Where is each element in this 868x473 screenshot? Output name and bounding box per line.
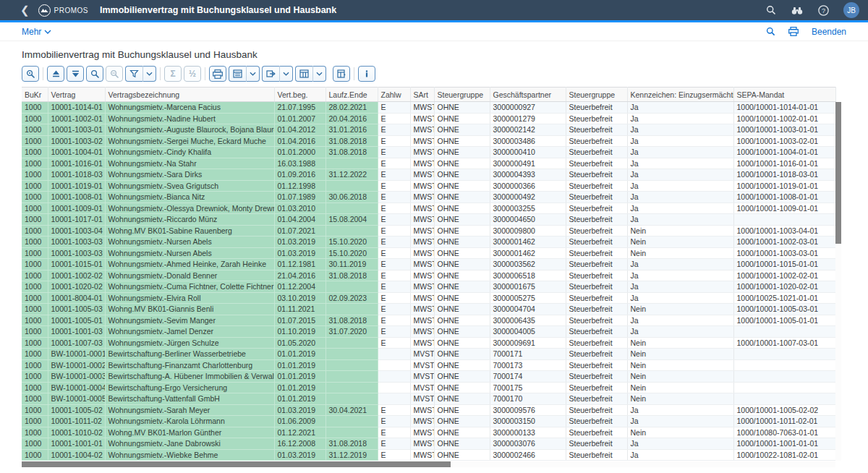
cell-bukr[interactable]: 1000 (22, 281, 48, 293)
cell-gp[interactable]: 3000004393 (490, 169, 566, 181)
column-header-steuergruppe[interactable]: Steuergruppe (434, 88, 490, 102)
subtotals-button[interactable]: ½ (184, 66, 201, 82)
cell-zahlw[interactable] (378, 382, 410, 393)
table-row[interactable]: 100010001-1003-03Wohnungsmietv.-Nursen A… (22, 247, 835, 259)
cell-ende[interactable]: 31.08.2018 (326, 438, 378, 450)
table-row[interactable]: 100010001-1019-01Wohnungsmietv.-Svea Gri… (22, 180, 835, 192)
cell-zahlw[interactable]: E (378, 292, 410, 304)
cell-vertrag[interactable]: 10001-1007-03 (48, 337, 105, 349)
cell-vertrag[interactable]: 10001-1009-01 (48, 203, 105, 214)
cell-stg2[interactable]: Steuerbefreit (566, 427, 627, 438)
cell-zahlw[interactable] (378, 371, 410, 383)
cell-bez[interactable]: Bewirtschaftung-Berliner Wasserbetriebe (105, 349, 274, 360)
cell-vertrag[interactable]: 10001-1020-02 (48, 281, 105, 293)
cell-sepa[interactable] (733, 371, 835, 383)
cell-bez[interactable]: Wohnungsmietv.-Nadine Hubert (105, 113, 274, 124)
cell-kz[interactable]: Ja (627, 180, 733, 192)
cell-zahlw[interactable]: E (378, 214, 410, 226)
cell-zahlw[interactable]: E (378, 449, 410, 461)
cell-bez[interactable]: Wohng.MV BK01-Giannis Benli (105, 304, 274, 315)
cell-ende[interactable]: 15.08.2004 (326, 214, 378, 226)
cell-bez[interactable]: Wohnungsmietv.-Bianca Nitz (105, 192, 274, 203)
cell-sart[interactable]: MVST (410, 359, 434, 371)
cell-gp[interactable]: 7000175 (490, 382, 566, 393)
table-row[interactable]: 100010001-1010-02Wohng.MV BK01-Marlon Gü… (22, 427, 835, 438)
table-row[interactable]: 100010001-1002-01Wohnungsmietv.-Nadine H… (22, 113, 835, 124)
cell-bukr[interactable]: 1000 (22, 180, 48, 192)
cell-beg[interactable]: 01.12.2021 (274, 427, 326, 438)
table-row[interactable]: 1000BW-10001-0005Bewirtschaftung-Vattenf… (22, 393, 835, 405)
cell-sart[interactable]: MWST (410, 169, 434, 181)
cell-sart[interactable]: MWST (410, 225, 434, 236)
cell-gp[interactable]: 3000003562 (490, 259, 566, 270)
table-row[interactable]: 100010001-1016-01Wohnungsmietv.-Na Stahr… (22, 158, 835, 169)
cell-sepa[interactable] (733, 214, 835, 226)
cell-gp[interactable]: 3000001462 (490, 247, 566, 259)
cell-beg[interactable]: 01.05.2020 (274, 337, 326, 349)
cell-beg[interactable]: 01.09.2016 (274, 169, 326, 181)
sum-button[interactable]: Σ (164, 66, 182, 82)
cell-vertrag[interactable]: BW-10001-0001 (48, 349, 105, 360)
cell-stg2[interactable]: Steuerbefreit (566, 113, 627, 124)
vertical-scrollbar[interactable] (835, 102, 841, 461)
cell-sart[interactable]: MWST (410, 270, 434, 281)
cell-stg2[interactable]: Steuerbefreit (566, 315, 627, 326)
cell-gp[interactable]: 3000000492 (490, 192, 566, 203)
cell-sart[interactable]: MVST (410, 393, 434, 405)
cell-stg[interactable]: OHNE (434, 259, 490, 270)
cell-gp[interactable]: 3000009576 (490, 404, 566, 416)
cell-stg2[interactable]: Steuerbefreit (566, 169, 627, 181)
cell-stg[interactable]: OHNE (434, 124, 490, 136)
cell-bez[interactable]: Wohng.MV BK01-Marlon Günther (105, 427, 274, 438)
cell-stg2[interactable]: Steuerbefreit (566, 247, 627, 259)
cell-vertrag[interactable]: 10001-1005-02 (48, 404, 105, 416)
cell-ende[interactable] (326, 158, 378, 169)
cell-stg2[interactable]: Steuerbefreit (566, 404, 627, 416)
cell-beg[interactable]: 01.12.2004 (274, 281, 326, 293)
cell-vertrag[interactable]: 10001-1001-01 (48, 438, 105, 450)
cell-ende[interactable] (326, 304, 378, 315)
cell-bez[interactable]: Wohnungsmietv.-Donald Benner (105, 270, 274, 281)
print-icon[interactable] (788, 27, 799, 36)
cell-bukr[interactable]: 1000 (22, 359, 48, 371)
cell-bez[interactable]: Wohnungsmietv.-Cuma Fichtner, Colette Fi… (105, 281, 274, 293)
help-icon[interactable]: ? (817, 4, 829, 16)
cell-stg[interactable]: OHNE (434, 404, 490, 416)
table-row[interactable]: 100010001-1020-02Wohnungsmietv.-Cuma Fic… (22, 281, 835, 293)
cell-stg[interactable]: OHNE (434, 315, 490, 326)
table-row[interactable]: 100010001-1001-01Wohnungsmietv.-Jane Dab… (22, 438, 835, 450)
table-row[interactable]: 100010001-1005-01Wohnungsmietv.-Sevim Ma… (22, 315, 835, 326)
cell-gp[interactable]: 3000001462 (490, 236, 566, 248)
cell-stg[interactable]: OHNE (434, 359, 490, 371)
cell-ende[interactable]: 15.10.2020 (326, 247, 378, 259)
horizontal-scrollbar-thumb[interactable] (22, 461, 451, 467)
cell-kz[interactable]: Ja (627, 416, 733, 427)
column-header-zahlw[interactable]: Zahlw (378, 88, 410, 102)
cell-stg2[interactable]: Steuerbefreit (566, 203, 627, 214)
cell-bez[interactable]: Wohnungsmietv.-Sara Dirks (105, 169, 274, 181)
user-avatar[interactable]: JB (843, 2, 859, 18)
cell-bez[interactable]: Wohng.MV BK01-Sabine Rauenberg (105, 225, 274, 236)
cell-beg[interactable]: 01.04.2016 (274, 135, 326, 147)
cell-bukr[interactable]: 1000 (22, 349, 48, 360)
cell-sepa[interactable]: 1000/10001-1002-03-01 (733, 236, 835, 248)
cell-stg2[interactable]: Steuerbefreit (566, 326, 627, 338)
cell-bukr[interactable]: 1000 (22, 292, 48, 304)
cell-vertrag[interactable]: 10001-1004-02 (48, 449, 105, 461)
cell-bez[interactable]: Bewirtschaftung-A. Hübener Immobilien & … (105, 371, 274, 383)
table-row[interactable]: 1000BW-10001-0002Bewirtschaftung-Finanza… (22, 359, 835, 371)
cell-sart[interactable]: MWST (410, 247, 434, 259)
cell-bukr[interactable]: 1000 (22, 393, 48, 405)
cell-beg[interactable]: 01.07.1989 (274, 192, 326, 203)
cell-kz[interactable]: Ja (627, 259, 733, 270)
cell-bez[interactable]: Wohnungsmietv.-Nursen Abels (105, 236, 274, 248)
cell-kz[interactable]: Ja (627, 147, 733, 158)
cell-stg[interactable]: OHNE (434, 225, 490, 236)
cell-bukr[interactable]: 1000 (22, 225, 48, 236)
cell-gp[interactable]: 3000004005 (490, 326, 566, 338)
cell-sepa[interactable]: 1000/10001-1005-02-02 (733, 404, 835, 416)
cell-kz[interactable]: Ja (627, 192, 733, 203)
cell-stg2[interactable]: Steuerbefreit (566, 192, 627, 203)
cell-stg[interactable]: OHNE (434, 270, 490, 281)
cell-kz[interactable]: Ja (627, 315, 733, 326)
